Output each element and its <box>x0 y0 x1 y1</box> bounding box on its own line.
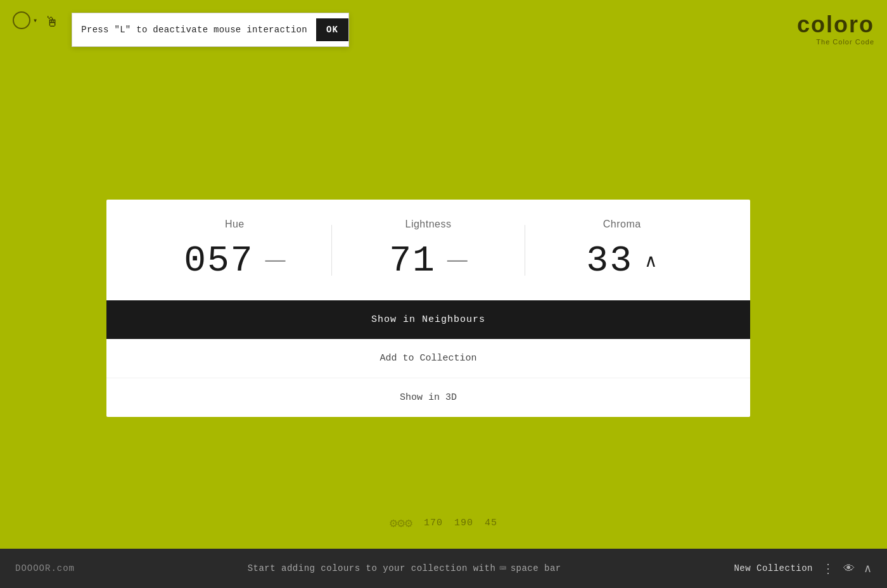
chevron-up-icon: ∧ <box>864 561 872 575</box>
chroma-value: 33 <box>586 240 633 281</box>
tooltip-box: Press "L" to deactivate mouse interactio… <box>72 13 349 47</box>
logo-text: coloro <box>797 11 874 38</box>
hue-minus-button[interactable]: — <box>265 249 286 273</box>
bottom-rgb: ⚙⚙⚙ 170 190 45 <box>390 515 497 531</box>
rgb-icon: ⚙⚙⚙ <box>390 515 412 531</box>
rgb-g-value: 190 <box>454 518 473 528</box>
action-links: Add to Collection Show in 3D <box>106 339 750 417</box>
footer-hint: Start adding colours to your collection … <box>248 561 561 575</box>
space-symbol-icon: ⌨ <box>499 561 506 575</box>
circle-icon <box>13 11 30 29</box>
footer-collapse-button[interactable]: ∧ <box>864 561 872 575</box>
space-label: space bar <box>511 563 561 573</box>
eye-icon: 👁 <box>843 562 855 575</box>
lightness-value-row: 71 — <box>389 240 468 281</box>
lightness-group: Lightness 71 — <box>332 219 525 281</box>
footer-brand: DOOOOR.com <box>15 563 75 573</box>
chroma-value-row: 33 ∧ <box>586 240 658 281</box>
add-to-collection-button[interactable]: Add to Collection <box>106 339 750 378</box>
mouse-icon: 🖱 <box>45 14 59 31</box>
left-controls: ▾ 🖱 Press "L" to deactivate mouse intera… <box>13 11 349 47</box>
logo-subtitle: The Color Code <box>816 38 874 46</box>
hue-value: 057 <box>184 240 253 281</box>
rgb-b-value: 45 <box>485 518 497 528</box>
mouse-icon-area: 🖱 <box>45 14 59 31</box>
color-values-row: Hue 057 — Lightness 71 — Chroma 33 ∧ <box>106 200 750 300</box>
lightness-minus-button[interactable]: — <box>447 249 468 273</box>
logo-area: coloro The Color Code <box>797 11 874 46</box>
top-bar: ▾ 🖱 Press "L" to deactivate mouse intera… <box>0 0 887 76</box>
chroma-group: Chroma 33 ∧ <box>525 219 718 281</box>
circle-dropdown[interactable]: ▾ <box>13 11 37 29</box>
tooltip-text: Press "L" to deactivate mouse interactio… <box>81 25 316 35</box>
show-neighbours-button[interactable]: Show in Neighbours <box>106 300 750 339</box>
footer-menu-button[interactable]: ⋮ <box>822 561 834 576</box>
color-panel: Hue 057 — Lightness 71 — Chroma 33 ∧ Sho <box>106 200 750 417</box>
footer-right: New Collection ⋮ 👁 ∧ <box>734 561 872 576</box>
lightness-label: Lightness <box>405 219 452 230</box>
chroma-up-button[interactable]: ∧ <box>644 250 658 271</box>
hue-value-row: 057 — <box>184 240 285 281</box>
ok-button[interactable]: OK <box>316 18 348 41</box>
footer-hint-text: Start adding colours to your collection … <box>248 563 496 573</box>
rgb-r-value: 170 <box>424 518 443 528</box>
hue-label: Hue <box>225 219 245 230</box>
lightness-value: 71 <box>389 240 436 281</box>
chevron-down-icon: ▾ <box>33 16 37 25</box>
new-collection-button[interactable]: New Collection <box>734 563 813 573</box>
show-in-3d-button[interactable]: Show in 3D <box>106 378 750 417</box>
hue-group: Hue 057 — <box>138 219 331 281</box>
chroma-label: Chroma <box>603 219 641 230</box>
footer-bar: DOOOOR.com Start adding colours to your … <box>0 549 887 588</box>
more-icon: ⋮ <box>822 561 834 576</box>
footer-eye-button[interactable]: 👁 <box>843 562 855 575</box>
